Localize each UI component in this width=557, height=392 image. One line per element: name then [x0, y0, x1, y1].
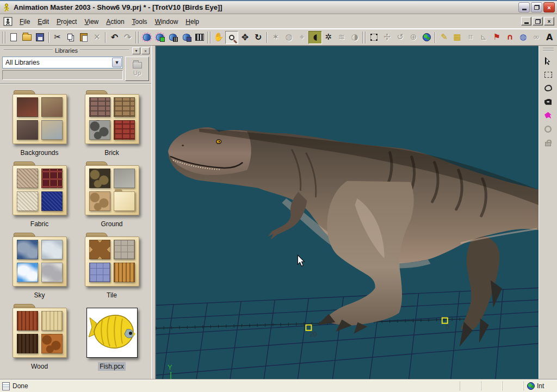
library-item-ground[interactable]: Ground — [76, 161, 148, 232]
library-item-label[interactable]: Sky — [32, 291, 46, 300]
close-button[interactable]: × — [543, 2, 555, 13]
up-folder-icon — [133, 62, 142, 69]
library-filter-combobox[interactable]: All Libraries ▼ — [2, 57, 123, 69]
menu-action[interactable]: Action — [102, 16, 128, 27]
cut-button[interactable]: ✂ — [51, 31, 64, 44]
folder-icon[interactable] — [85, 94, 139, 144]
delete-button[interactable]: ✕ — [90, 31, 103, 44]
copy-button[interactable] — [64, 31, 77, 44]
rotate-sphere-tool[interactable] — [541, 122, 555, 135]
model-wireframe-button[interactable] — [367, 31, 380, 44]
library-save-button[interactable] — [180, 31, 193, 44]
polygon-lasso-tool[interactable] — [541, 95, 555, 108]
wire-sphere-button[interactable]: ◍ — [282, 31, 295, 44]
minimize-button[interactable] — [518, 2, 530, 13]
curve-pen-button[interactable]: ✎ — [437, 31, 450, 44]
folder-icon[interactable] — [13, 237, 67, 287]
world-constraint-button[interactable]: ◍ — [517, 31, 530, 44]
library-item-brick[interactable]: Brick — [76, 90, 148, 161]
library-item-label[interactable]: Brick — [103, 148, 121, 157]
undo-icon: ↶ — [111, 33, 118, 42]
earth-button[interactable] — [420, 31, 433, 44]
lock-tool[interactable] — [541, 136, 555, 149]
scene-canvas[interactable]: 200 Y — [156, 46, 539, 379]
library-item-tile[interactable]: Tile — [76, 232, 148, 303]
library-item-label[interactable]: Tile — [105, 291, 119, 300]
magnet-button[interactable]: ∩ — [503, 31, 516, 44]
zoom-region-button[interactable]: ✥ — [238, 31, 251, 44]
select-arrow-tool[interactable] — [541, 54, 555, 67]
keyframe-marker[interactable] — [442, 318, 448, 323]
trex-model[interactable] — [168, 127, 539, 347]
chain-link-button[interactable]: ∞ — [530, 31, 543, 44]
skeleton-mode-button[interactable]: ✶ — [269, 31, 282, 44]
library-item-sky[interactable]: Sky — [3, 232, 76, 303]
menu-project[interactable]: Project — [53, 16, 81, 27]
paste-button[interactable] — [77, 31, 90, 44]
library-item-backgrounds[interactable]: Backgrounds — [3, 90, 76, 161]
library-item-fish-pcx[interactable]: Fish.pcx — [76, 303, 148, 375]
chevron-down-icon[interactable]: ▼ — [112, 58, 122, 67]
turn-view-button[interactable]: ↻ — [252, 31, 265, 44]
bone-mode-button[interactable]: ⌖ — [295, 31, 308, 44]
viewport-birds-eye[interactable]: 200 Y — [156, 46, 539, 379]
spring-button[interactable]: ≋ — [335, 31, 348, 44]
bound-group-icon — [544, 72, 552, 78]
menu-window[interactable]: Window — [151, 16, 182, 27]
muscle-mode-button[interactable]: ◖ — [308, 31, 321, 44]
redo-button[interactable]: ↷ — [121, 31, 134, 44]
library-item-fabric[interactable]: Fabric — [3, 161, 76, 232]
folder-icon[interactable] — [13, 94, 67, 144]
menu-tools[interactable]: Tools — [128, 16, 151, 27]
save-all-button[interactable] — [33, 31, 46, 44]
mdi-close-button[interactable]: × — [544, 17, 554, 26]
library-item-label[interactable]: Wood — [29, 362, 49, 371]
panel-splitter[interactable] — [151, 46, 156, 379]
rotate-3d-button[interactable]: ↺ — [394, 31, 407, 44]
undo-button[interactable]: ↶ — [108, 31, 121, 44]
restore-button[interactable] — [531, 2, 542, 13]
lasso-group-tool[interactable] — [541, 82, 555, 95]
library-item-label[interactable]: Ground — [99, 220, 124, 228]
menu-view[interactable]: View — [81, 16, 102, 27]
panel-close-button[interactable]: x — [141, 47, 150, 54]
library-item-wood[interactable]: Wood — [3, 303, 76, 375]
new-project-button[interactable] — [7, 31, 20, 44]
fish-image-icon[interactable] — [86, 308, 138, 358]
translate-button[interactable]: ✢ — [380, 31, 393, 44]
folder-icon[interactable] — [85, 165, 139, 215]
texture-thumbnail — [89, 169, 110, 188]
text-tool-button[interactable]: A — [543, 31, 556, 44]
pan-hand-button[interactable]: ✋ — [212, 31, 225, 44]
library-item-label[interactable]: Fish.pcx — [98, 362, 126, 371]
document-window-icon[interactable] — [3, 17, 13, 26]
library-select-button[interactable] — [140, 31, 153, 44]
filmstrip-button[interactable] — [193, 31, 206, 44]
bound-group-tool[interactable] — [541, 68, 555, 81]
ruler-tool-button[interactable]: ⊾ — [477, 31, 490, 44]
keyframe-panel-button[interactable]: ▦ — [451, 31, 464, 44]
library-item-label[interactable]: Backgrounds — [18, 148, 60, 157]
globe-wire-button[interactable]: ⊕ — [407, 31, 420, 44]
library-animation-button[interactable] — [166, 31, 180, 44]
mdi-minimize-button[interactable] — [521, 17, 531, 26]
zoom-button[interactable] — [225, 31, 238, 44]
mdi-restore-button[interactable] — [533, 17, 543, 26]
palette-button[interactable]: ◑ — [348, 31, 361, 44]
panel-pin-button[interactable]: ▾ — [132, 47, 140, 54]
grabber-tool[interactable] — [541, 109, 555, 122]
folder-icon[interactable] — [13, 165, 67, 215]
toolbar-grip[interactable] — [543, 48, 554, 51]
library-import-button[interactable] — [153, 31, 166, 44]
menu-help[interactable]: Help — [182, 16, 203, 27]
up-button[interactable]: Up — [125, 57, 149, 81]
open-button[interactable] — [20, 31, 33, 44]
library-item-label[interactable]: Fabric — [29, 220, 50, 228]
folder-icon[interactable] — [13, 308, 67, 358]
key-flag-button[interactable]: ⚑ — [490, 31, 503, 44]
menu-file[interactable]: File — [16, 16, 34, 27]
action-figure-button[interactable]: ✲ — [322, 31, 335, 44]
menu-edit[interactable]: Edit — [34, 16, 53, 27]
grid-snap-button[interactable]: ⌗ — [464, 31, 477, 44]
folder-icon[interactable] — [85, 237, 139, 287]
